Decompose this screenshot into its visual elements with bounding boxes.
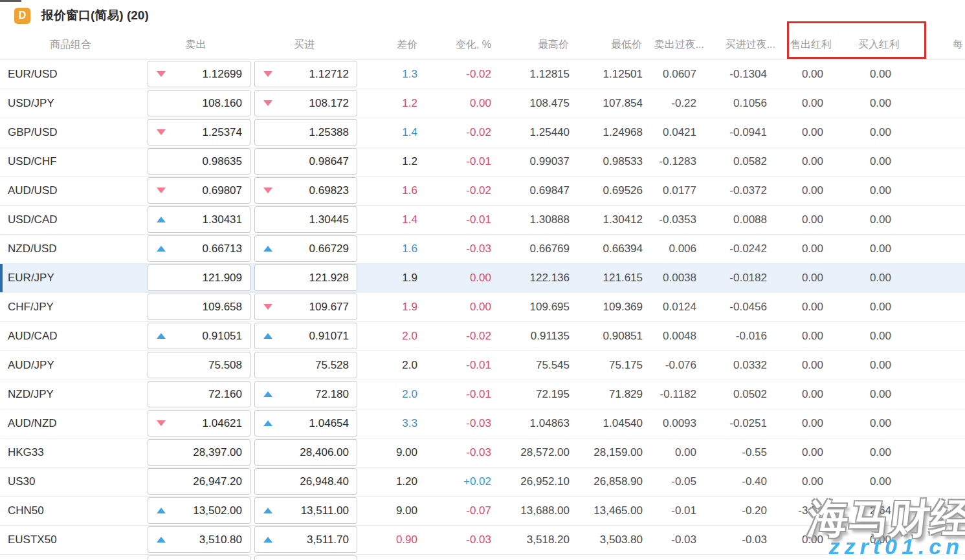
sell-price: 108.160 bbox=[166, 97, 250, 110]
column-header-buy-overnight[interactable]: 买进过夜... bbox=[705, 31, 777, 59]
buy-trend-arrow-icon bbox=[263, 508, 272, 513]
buy-price-box[interactable]: 13,511.00 bbox=[254, 497, 357, 524]
sell-price-box[interactable]: 0.91051 bbox=[148, 323, 250, 349]
buy-price-box[interactable]: 1.12712 bbox=[254, 61, 357, 87]
column-header-spread[interactable]: 差价 bbox=[358, 31, 419, 59]
buy-overnight-value: -0.40 bbox=[742, 475, 767, 488]
column-header-symbol[interactable]: 商品组合 bbox=[0, 31, 141, 59]
buy-price-box[interactable]: 75.528 bbox=[254, 352, 357, 378]
sell-dividend-value: 0.00 bbox=[802, 68, 823, 80]
high-value: 0.99037 bbox=[530, 155, 570, 167]
table-row[interactable]: HKG33 28,397.00 28,406.00 9.00 -0.03 28,… bbox=[0, 438, 965, 467]
column-header-low[interactable]: 最低价 bbox=[570, 31, 643, 59]
table-row[interactable]: EUR/USD 1.12699 1.12712 1.3 -0.02 1.1281… bbox=[0, 59, 965, 89]
buy-price-box[interactable]: 1.25388 bbox=[254, 119, 357, 145]
buy-price-box[interactable] bbox=[254, 555, 357, 560]
column-header-sell-dividend[interactable]: 售出红利 bbox=[777, 31, 833, 59]
sell-price: 26,947.20 bbox=[166, 475, 250, 488]
buy-price-box[interactable]: 108.172 bbox=[254, 90, 357, 116]
buy-price-box[interactable]: 0.91071 bbox=[254, 323, 357, 349]
low-value: 26,858.90 bbox=[593, 475, 643, 488]
sell-dividend-value: 0.00 bbox=[802, 155, 823, 167]
sell-price-box[interactable]: 72.160 bbox=[148, 381, 250, 407]
high-value: 109.695 bbox=[530, 301, 570, 313]
buy-price-box[interactable]: 0.98647 bbox=[254, 148, 357, 175]
table-row[interactable]: USD/JPY 108.160 108.172 1.2 0.00 108.475… bbox=[0, 89, 965, 118]
buy-dividend-value: 0.00 bbox=[870, 242, 891, 255]
buy-price: 1.04654 bbox=[272, 417, 357, 430]
buy-dividend-value: 0.00 bbox=[870, 155, 891, 167]
buy-price-box[interactable]: 109.677 bbox=[254, 294, 357, 320]
spread-value: 1.9 bbox=[402, 301, 417, 313]
change-percent-value: -0.01 bbox=[466, 155, 491, 167]
buy-price-box[interactable]: 0.69823 bbox=[254, 177, 357, 204]
sell-price-box[interactable]: 0.69807 bbox=[148, 177, 250, 204]
buy-overnight-value: -0.0372 bbox=[729, 184, 767, 197]
sell-price-box[interactable]: 26,947.20 bbox=[148, 468, 250, 495]
sell-price-box[interactable]: 108.160 bbox=[148, 90, 250, 116]
table-row[interactable]: GBP/USD 1.25374 1.25388 1.4 -0.02 1.2544… bbox=[0, 118, 965, 147]
buy-price: 72.180 bbox=[272, 388, 357, 401]
low-value: 109.369 bbox=[603, 301, 643, 313]
buy-overnight-value: 0.0332 bbox=[733, 359, 767, 371]
change-percent-value: -0.07 bbox=[466, 504, 491, 517]
sell-price-box[interactable]: 28,397.00 bbox=[148, 439, 250, 466]
buy-dividend-value: 0.00 bbox=[870, 213, 891, 226]
buy-price-box[interactable]: 0.66729 bbox=[254, 235, 357, 262]
buy-price-box[interactable]: 1.30445 bbox=[254, 206, 357, 233]
sell-price-box[interactable]: 3,510.80 bbox=[148, 526, 250, 553]
change-percent-value: -0.03 bbox=[466, 417, 491, 429]
table-row[interactable]: AUD/CAD 0.91051 0.91071 2.0 -0.02 0.9113… bbox=[0, 321, 965, 350]
table-row[interactable]: CHF/JPY 109.658 109.677 1.9 0.00 109.695… bbox=[0, 292, 965, 321]
buy-price-box[interactable]: 72.180 bbox=[254, 381, 357, 407]
sell-dividend-value: 0.00 bbox=[802, 242, 823, 255]
high-value: 1.25440 bbox=[530, 126, 570, 138]
sell-price-box[interactable]: 0.98635 bbox=[148, 148, 250, 175]
sell-price-box[interactable]: 1.30431 bbox=[148, 206, 250, 233]
column-header-extra[interactable]: 每 bbox=[901, 31, 965, 59]
sell-price-box[interactable]: 13,502.00 bbox=[148, 497, 250, 524]
table-row[interactable]: AUD/USD 0.69807 0.69823 1.6 -0.02 0.6984… bbox=[0, 176, 965, 205]
column-header-buy-dividend[interactable]: 买入红利 bbox=[833, 31, 901, 59]
column-header-sell[interactable]: 卖出 bbox=[141, 31, 250, 59]
change-percent-value: -0.02 bbox=[466, 68, 491, 80]
table-row[interactable]: USD/CHF 0.98635 0.98647 1.2 -0.01 0.9903… bbox=[0, 147, 965, 176]
sell-price-box[interactable]: 1.25374 bbox=[148, 119, 250, 145]
change-percent-value: 0.00 bbox=[470, 97, 491, 109]
table-row[interactable]: NZD/JPY 72.160 72.180 2.0 -0.01 72.195 7… bbox=[0, 380, 965, 409]
sell-overnight-value: 0.0421 bbox=[663, 126, 696, 138]
column-header-high[interactable]: 最高价 bbox=[493, 31, 570, 59]
sell-price: 1.12699 bbox=[166, 68, 250, 81]
buy-price: 0.66729 bbox=[272, 242, 357, 255]
sell-price-box[interactable]: 1.12699 bbox=[148, 61, 250, 87]
sell-price: 121.909 bbox=[166, 272, 250, 285]
buy-overnight-value: -0.016 bbox=[736, 330, 767, 342]
sell-price-box[interactable]: 121.909 bbox=[148, 264, 250, 291]
buy-price-box[interactable]: 121.928 bbox=[254, 264, 357, 291]
buy-price-box[interactable]: 3,511.70 bbox=[254, 526, 357, 553]
sell-price: 0.66713 bbox=[166, 242, 250, 255]
table-row[interactable]: NZD/USD 0.66713 0.66729 1.6 -0.03 0.6676… bbox=[0, 234, 965, 263]
sell-trend-arrow-icon bbox=[157, 217, 166, 222]
sell-price-box[interactable]: 1.04621 bbox=[148, 410, 250, 436]
sell-price-box[interactable]: 0.66713 bbox=[148, 235, 250, 262]
sell-price-box[interactable]: 109.658 bbox=[148, 294, 250, 320]
sell-price-box[interactable]: 75.508 bbox=[148, 352, 250, 378]
table-row[interactable]: USD/CAD 1.30431 1.30445 1.4 -0.01 1.3088… bbox=[0, 205, 965, 234]
table-row[interactable] bbox=[0, 554, 965, 560]
column-header-change[interactable]: 变化, % bbox=[419, 31, 493, 59]
sell-overnight-value: -0.01 bbox=[671, 504, 696, 517]
buy-price: 26,948.40 bbox=[272, 475, 357, 488]
spread-value: 1.20 bbox=[396, 475, 417, 488]
column-header-sell-overnight[interactable]: 卖出过夜... bbox=[643, 31, 705, 59]
column-header-buy[interactable]: 买进 bbox=[250, 31, 358, 59]
table-row[interactable]: AUD/NZD 1.04621 1.04654 3.3 -0.03 1.0486… bbox=[0, 409, 965, 438]
sell-overnight-value: -0.03 bbox=[671, 533, 696, 546]
app-d-icon[interactable]: D bbox=[14, 8, 30, 24]
buy-price-box[interactable]: 1.04654 bbox=[254, 410, 357, 436]
sell-price-box[interactable] bbox=[148, 555, 250, 560]
buy-price-box[interactable]: 26,948.40 bbox=[254, 468, 357, 495]
table-row[interactable]: AUD/JPY 75.508 75.528 2.0 -0.01 75.545 7… bbox=[0, 350, 965, 380]
table-row[interactable]: EUR/JPY 121.909 121.928 1.9 0.00 122.136… bbox=[0, 263, 965, 292]
buy-price-box[interactable]: 28,406.00 bbox=[254, 439, 357, 466]
